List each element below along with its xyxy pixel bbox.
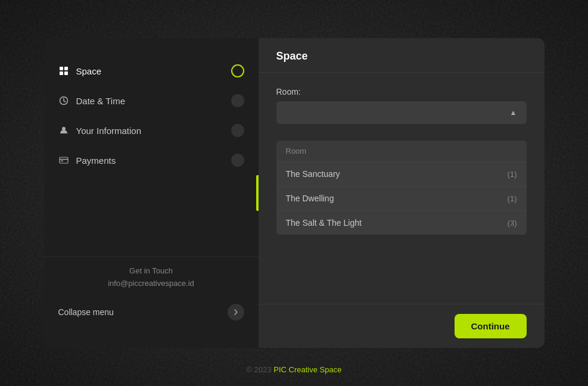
content-area: Space Room: ▲ Room The Sanctuary (1) The… bbox=[259, 38, 545, 348]
main-container: Space Date & Time bbox=[44, 38, 545, 348]
sidebar-item-datetime[interactable]: Date & Time bbox=[44, 86, 259, 116]
sidebar-item-payments[interactable]: Payments bbox=[44, 145, 259, 175]
sidebar-item-space-label: Space bbox=[76, 66, 102, 76]
svg-rect-1 bbox=[64, 67, 68, 70]
svg-rect-8 bbox=[60, 157, 68, 163]
room-count-dwelling: (1) bbox=[508, 194, 517, 203]
sidebar-item-your-information-label: Your Information bbox=[76, 126, 142, 136]
get-in-touch: Get in Touch info@piccreativespace.id bbox=[58, 266, 244, 288]
room-label: Room: bbox=[276, 87, 527, 96]
brand-name: PIC Creative Space bbox=[273, 365, 341, 374]
sidebar-item-datetime-label: Date & Time bbox=[76, 96, 126, 106]
svg-line-6 bbox=[64, 101, 66, 102]
sidebar-item-space[interactable]: Space bbox=[44, 56, 259, 86]
collapse-menu-button[interactable]: Collapse menu bbox=[58, 298, 244, 326]
get-in-touch-email: info@piccreativespace.id bbox=[108, 279, 194, 288]
dropdown-item-salt-light[interactable]: The Salt & The Light (3) bbox=[276, 210, 527, 235]
your-information-indicator bbox=[231, 124, 244, 137]
sidebar-nav: Space Date & Time bbox=[44, 50, 259, 256]
room-count-salt-light: (3) bbox=[508, 219, 517, 228]
collapse-label: Collapse menu bbox=[58, 307, 114, 317]
payment-icon bbox=[58, 155, 69, 166]
content-title: Space bbox=[276, 50, 308, 62]
get-in-touch-label: Get in Touch bbox=[58, 266, 244, 275]
content-footer: Continue bbox=[259, 304, 545, 348]
continue-button[interactable]: Continue bbox=[455, 314, 527, 338]
room-count-sanctuary: (1) bbox=[508, 170, 517, 179]
sidebar-item-your-information[interactable]: Your Information bbox=[44, 116, 259, 145]
content-header: Space bbox=[259, 38, 545, 73]
svg-rect-3 bbox=[64, 71, 68, 75]
chevron-up-icon: ▲ bbox=[510, 108, 517, 117]
sidebar-footer: Get in Touch info@piccreativespace.id Co… bbox=[44, 256, 259, 336]
datetime-indicator bbox=[231, 94, 244, 107]
payments-indicator bbox=[231, 154, 244, 167]
svg-rect-0 bbox=[60, 67, 63, 70]
datetime-icon bbox=[58, 95, 69, 106]
room-select-button[interactable]: ▲ bbox=[276, 101, 527, 124]
room-name-salt-light: The Salt & The Light bbox=[286, 218, 362, 228]
space-indicator bbox=[231, 64, 244, 77]
page-footer: © 2023 PIC Creative Space bbox=[247, 365, 342, 374]
dropdown-item-dwelling[interactable]: The Dwelling (1) bbox=[276, 186, 527, 210]
svg-rect-10 bbox=[61, 161, 63, 162]
dropdown-header: Room bbox=[276, 141, 527, 161]
room-name-sanctuary: The Sanctuary bbox=[286, 169, 340, 179]
room-name-dwelling: The Dwelling bbox=[286, 194, 334, 203]
person-icon bbox=[58, 125, 69, 136]
room-dropdown: Room The Sanctuary (1) The Dwelling (1) … bbox=[276, 141, 527, 235]
content-body: Room: ▲ Room The Sanctuary (1) The Dwell… bbox=[259, 73, 545, 304]
collapse-icon bbox=[228, 304, 244, 320]
dropdown-item-sanctuary[interactable]: The Sanctuary (1) bbox=[276, 161, 527, 186]
sidebar: Space Date & Time bbox=[44, 38, 259, 348]
svg-rect-2 bbox=[60, 71, 63, 75]
sidebar-item-payments-label: Payments bbox=[76, 155, 116, 166]
space-icon bbox=[58, 66, 69, 76]
